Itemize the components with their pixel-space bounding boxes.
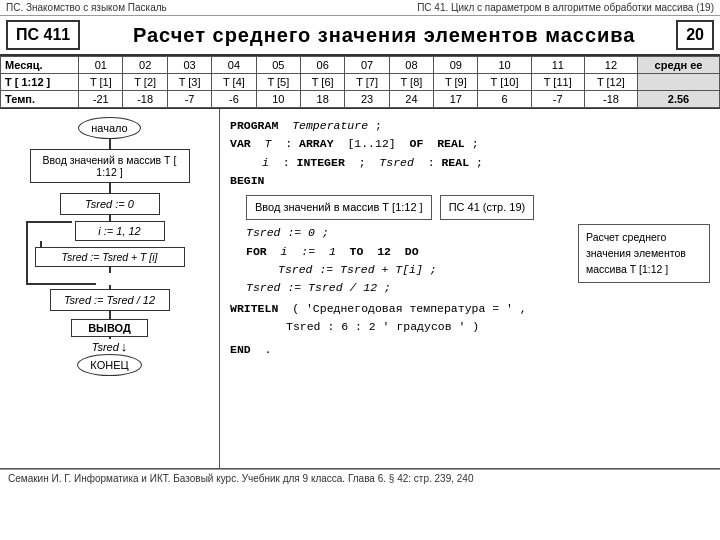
code-input-box: Ввод значений в массив Т [1:12 ]	[246, 195, 432, 221]
code-begin-kw: BEGIN	[230, 174, 265, 187]
table-row2-10: -7	[531, 91, 584, 108]
table-header-11: 11	[531, 57, 584, 74]
fc-start: начало	[78, 117, 140, 139]
code-end-line: END .	[230, 341, 710, 359]
code-twelve: 12	[377, 245, 391, 258]
table-header-12: 12	[584, 57, 637, 74]
code-real-kw: REAL	[437, 137, 465, 150]
code-one: 1	[329, 245, 336, 258]
table-header-month: Месяц.	[1, 57, 79, 74]
code-t-var: T	[265, 137, 272, 150]
fc-output: ВЫВОД	[71, 319, 148, 337]
code-writeln-args: ( 'Среднегодовая температура = ' ,	[292, 302, 527, 315]
top-bar-left: ПС. Знакомство с языком Паскаль	[6, 2, 167, 13]
table-header-07: 07	[345, 57, 389, 74]
code-tsred-div-line: Tsred := Tsred / 12 ;	[230, 279, 574, 297]
code-integer-kw: INTEGER	[297, 156, 345, 169]
table-row1-0: T [1]	[79, 74, 123, 91]
main-content: начало Ввод значений в массив Т [ 1:12 ]…	[0, 109, 720, 469]
code-program-name: Temperature	[292, 119, 368, 132]
footer-text: Семакин И. Г. Информатика и ИКТ. Базовый…	[8, 473, 473, 484]
code-for-kw: FOR	[246, 245, 267, 258]
fc-avg: Tsred := Tsred / 12	[50, 289, 170, 311]
code-array-range: [1..12]	[347, 137, 395, 150]
fc-body: Tsred := Tsred + T [i]	[35, 247, 185, 267]
data-table-section: Месяц. 01 02 03 04 05 06 07 08 09 10 11 …	[0, 56, 720, 109]
code-tsred-init-line: Tsred := 0 ;	[230, 224, 574, 242]
flowchart: начало Ввод значений в массив Т [ 1:12 ]…	[0, 109, 220, 468]
table-row1-7: T [8]	[389, 74, 433, 91]
code-i-var: i	[262, 156, 269, 169]
table-row2-1: -18	[123, 91, 167, 108]
table-row2-9: 6	[478, 91, 531, 108]
code-section: PROGRAM Temperature ; VAR T : ARRAY [1..…	[220, 109, 720, 468]
table-row1-4: T [5]	[256, 74, 300, 91]
code-program-line: PROGRAM Temperature ;	[230, 117, 710, 135]
table-row1-5: T [6]	[300, 74, 344, 91]
code-tsred-var: Tsred	[379, 156, 414, 169]
fc-init: Tsred := 0	[60, 193, 160, 215]
code-writeln-block: WRITELN ( 'Среднегодовая температура = '…	[230, 300, 710, 337]
code-i-line: i : INTEGER ; Tsred : REAL ;	[230, 154, 710, 172]
table-header-06: 06	[300, 57, 344, 74]
header-num: 20	[676, 20, 714, 50]
table-row2-5: 18	[300, 91, 344, 108]
code-to-kw: TO	[350, 245, 364, 258]
table-header-02: 02	[123, 57, 167, 74]
top-bar: ПС. Знакомство с языком Паскаль ПС 41. Ц…	[0, 0, 720, 16]
code-input-row: Ввод значений в массив Т [1:12 ] ПС 41 (…	[246, 195, 710, 221]
fc-loop: i := 1, 12	[75, 221, 165, 241]
code-writeln-kw: WRITELN	[230, 302, 278, 315]
table-row1-11: T [12]	[584, 74, 637, 91]
fc-end: КОНЕЦ	[77, 354, 141, 376]
table-row2-0: -21	[79, 91, 123, 108]
temperature-table: Месяц. 01 02 03 04 05 06 07 08 09 10 11 …	[0, 56, 720, 108]
code-var-kw: VAR	[230, 137, 251, 150]
code-end-kw: END	[230, 343, 251, 356]
table-row2-2: -7	[167, 91, 211, 108]
header: ПС 411 Расчет среднего значения элементо…	[0, 16, 720, 56]
code-for-block: Tsred := 0 ; FOR i := 1 TO 12 DO Tsred :…	[230, 224, 710, 298]
code-i-val: i	[281, 245, 288, 258]
footer: Семакин И. Г. Информатика и ИКТ. Базовый…	[0, 469, 720, 487]
code-begin-line: BEGIN	[230, 172, 710, 190]
table-row1-1: T [2]	[123, 74, 167, 91]
code-side-note: Расчет среднего значения элементов масси…	[578, 224, 710, 283]
code-for-block-left: Tsred := 0 ; FOR i := 1 TO 12 DO Tsred :…	[230, 224, 574, 298]
table-row2-4: 10	[256, 91, 300, 108]
table-row1-6: T [7]	[345, 74, 389, 91]
fc-input: Ввод значений в массив Т [ 1:12 ]	[30, 149, 190, 183]
table-row2-7: 24	[389, 91, 433, 108]
code-assign: :=	[301, 245, 315, 258]
code-of-kw: OF	[410, 137, 424, 150]
code-array-kw: ARRAY	[299, 137, 334, 150]
table-header-09: 09	[434, 57, 478, 74]
code-program-kw: PROGRAM	[230, 119, 278, 132]
code-writeln-line2: Tsred : 6 : 2 ' градусов ' )	[230, 318, 710, 336]
table-row2-6: 23	[345, 91, 389, 108]
table-row2-label: Темп.	[1, 91, 79, 108]
table-row1-3: T [4]	[212, 74, 256, 91]
table-row1-avg	[638, 74, 720, 91]
table-row1-9: T [10]	[478, 74, 531, 91]
code-end-dot: .	[265, 343, 272, 356]
code-do-kw: DO	[405, 245, 419, 258]
table-header-05: 05	[256, 57, 300, 74]
table-header-03: 03	[167, 57, 211, 74]
code-tsred-body-line: Tsred := Tsred + T[i] ;	[230, 261, 574, 279]
table-row1-2: T [3]	[167, 74, 211, 91]
code-ps-ref: ПС 41 (стр. 19)	[440, 195, 535, 221]
code-var-line: VAR T : ARRAY [1..12] OF REAL ;	[230, 135, 710, 153]
fc-tsred-label: Tsred	[92, 341, 119, 353]
header-title: Расчет среднего значения элементов масси…	[92, 24, 676, 47]
table-header-avg: средн ее	[638, 57, 720, 74]
table-row2-3: -6	[212, 91, 256, 108]
table-row1-8: T [9]	[434, 74, 478, 91]
code-for-line: FOR i := 1 TO 12 DO	[230, 243, 574, 261]
fc-down-arrow-icon: ↓	[121, 339, 128, 354]
table-row1-10: T [11]	[531, 74, 584, 91]
table-row2-11: -18	[584, 91, 637, 108]
top-bar-right: ПС 41. Цикл с параметром в алгоритме обр…	[417, 2, 714, 13]
header-ps: ПС 411	[6, 20, 80, 50]
table-header-08: 08	[389, 57, 433, 74]
